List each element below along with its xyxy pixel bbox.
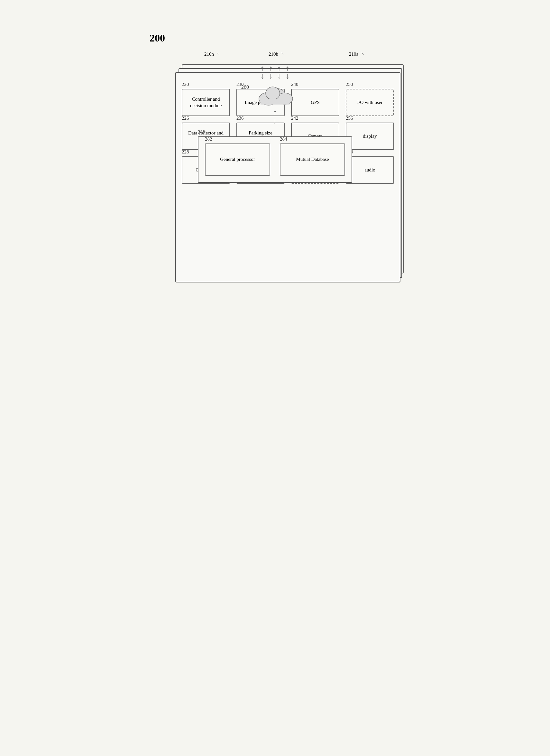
backend-label: 280 [198, 129, 205, 135]
svg-point-3 [266, 87, 280, 100]
backend-section: 280 282 General processor 284 Mutual Dat… [198, 136, 352, 183]
svg-rect-4 [261, 99, 289, 105]
cloud-icon [252, 81, 298, 107]
arrow-3: ↑↓ [277, 64, 281, 80]
backend-module-284: 284 Mutual Database [280, 143, 345, 176]
arrow-2: ↑↓ [269, 64, 273, 80]
backend-module-box-284: Mutual Database [280, 143, 345, 176]
layer-label-210b: 210b ⟍ [269, 51, 285, 57]
backend-module-282: 282 General processor [205, 143, 270, 176]
arrows-up: ↑↓ ↑↓ ↑↓ ↑↓ [261, 64, 289, 80]
arrow-1: ↑↓ [261, 64, 264, 80]
layer-label-210n: 210n ⟍ [204, 51, 221, 57]
arrow-down: ↑↓ [273, 108, 277, 125]
figure-number: 200 [150, 32, 165, 44]
cloud-group: 260 [252, 81, 298, 107]
arrow-4: ↑↓ [286, 64, 289, 80]
cloud-label: 260 [241, 84, 249, 90]
backend-module-box-282: General processor [205, 143, 270, 176]
backend-box: 282 General processor 284 Mutual Databas… [198, 136, 352, 183]
layer-label-210a: 210a ⟍ [349, 51, 365, 57]
page: 200 210n ⟍ 210b ⟍ 210a ⟍ [130, 19, 420, 217]
